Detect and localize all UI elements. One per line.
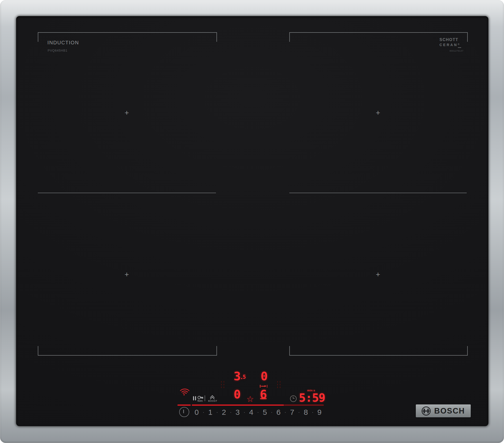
induction-hob-product-image: + + + + INDUCTION PVQ645HB1 SCHOTT CERAN… — [0, 0, 504, 443]
slider-segment-power-key — [177, 404, 191, 406]
level-key-2[interactable]: 2 — [222, 408, 226, 416]
induction-label: INDUCTION — [47, 40, 79, 46]
zone-cross-icon: + — [375, 110, 381, 116]
zone-cross-icon: + — [124, 110, 130, 116]
level-key-5[interactable]: 5 — [263, 408, 267, 416]
ghost-segment-indicator — [221, 381, 224, 388]
key-lock-icon[interactable] — [198, 396, 204, 399]
favorite-star-icon[interactable]: ☆ — [246, 395, 254, 403]
registered-mark: ® — [458, 43, 459, 46]
dot-separator: · — [312, 408, 313, 416]
bosch-badge: BOSCH — [416, 404, 471, 417]
power-level-scale: 0 · 1 · 2 · 3 · 4 · 5 · 6 · 7 · 8 · 9 — [195, 408, 322, 416]
dot-separator: · — [216, 408, 218, 416]
level-key-6[interactable]: 6 — [276, 408, 281, 416]
zone-cross-icon: + — [375, 271, 381, 278]
timer-display: 5:59 — [299, 392, 325, 403]
slider-unfilled-track[interactable] — [284, 404, 324, 406]
model-number: PVQ645HB1 — [48, 49, 68, 52]
dot-separator: · — [285, 408, 286, 416]
power-button[interactable] — [179, 407, 189, 417]
panel-divider — [205, 395, 205, 401]
glass-serial-code: 8001279147 — [450, 50, 463, 52]
display-level-left-rear: 3 — [234, 370, 241, 382]
dot-separator: · — [243, 408, 245, 416]
level-key-1[interactable]: 1 — [208, 408, 212, 416]
zone-cross-icon: + — [124, 271, 130, 278]
dot-separator: · — [298, 408, 300, 416]
dot-separator: · — [230, 408, 232, 416]
bosch-logo-text: BOSCH — [434, 406, 465, 416]
zone-divider-left — [38, 193, 216, 193]
selected-zone-underline — [260, 398, 267, 399]
level-key-7[interactable]: 7 — [290, 408, 294, 416]
schott-logo-underline — [458, 47, 461, 48]
wifi-icon — [179, 388, 188, 395]
timer-clock-icon[interactable] — [290, 395, 297, 402]
schott-logo-line1: SCHOTT — [439, 38, 458, 42]
display-level-left-rear-fraction: 5 — [243, 374, 246, 380]
ceran-text: CERAN — [439, 43, 458, 47]
boost-label: BOOST — [208, 399, 217, 402]
ghost-segment-indicator — [277, 381, 280, 388]
display-level-right-rear: 0 — [261, 370, 268, 382]
slider-filled-track[interactable] — [192, 404, 284, 406]
ceramic-glass-surface — [16, 16, 488, 426]
dot-separator: · — [257, 408, 259, 416]
level-key-8[interactable]: 8 — [304, 408, 308, 416]
pause-icon[interactable] — [193, 396, 196, 400]
dot-separator: · — [203, 408, 204, 416]
bosch-logo-icon — [422, 406, 431, 416]
zone-marking-left-front — [38, 346, 217, 356]
display-level-left-front: 0 — [234, 388, 241, 400]
zone-marking-right-front — [289, 346, 468, 356]
child-lock-label: 4sec — [197, 399, 203, 402]
schott-logo-line2: CERAN® — [439, 43, 459, 47]
dot-separator: · — [271, 408, 272, 416]
level-key-4[interactable]: 4 — [249, 408, 254, 416]
level-key-0[interactable]: 0 — [195, 408, 199, 416]
level-key-9[interactable]: 9 — [317, 408, 322, 416]
zone-divider-right — [289, 193, 467, 193]
display-level-decimal-dot — [241, 378, 242, 379]
level-key-3[interactable]: 3 — [235, 408, 240, 416]
